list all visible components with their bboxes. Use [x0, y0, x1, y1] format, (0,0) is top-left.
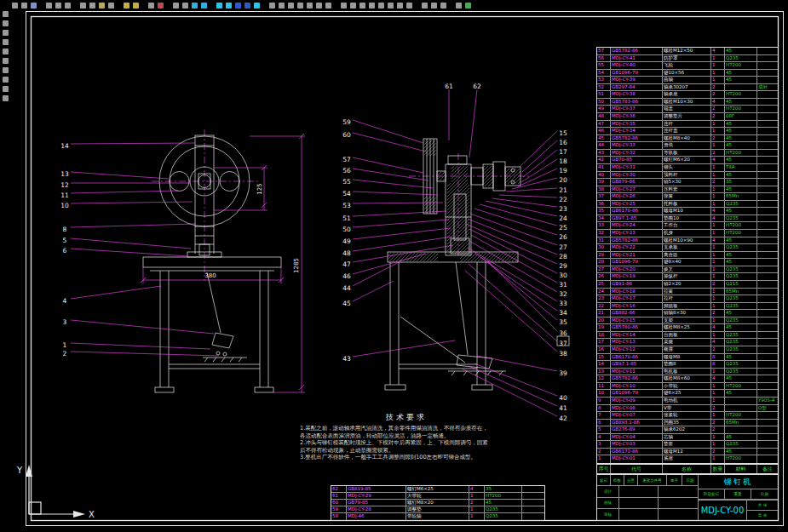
bom-cell: 台面板 — [663, 332, 711, 339]
bom-cell: 32 — [597, 230, 611, 237]
bom-cell: 4 — [597, 434, 611, 441]
bom-cell: 机身 — [663, 230, 711, 237]
line-icon[interactable] — [269, 3, 275, 9]
text-tool-icon[interactable] — [3, 86, 9, 92]
bom-row: 23MDJ-CY-17拉杆1Q235 — [597, 295, 778, 303]
bom-cell: 1 — [711, 55, 725, 62]
paste-icon[interactable] — [99, 3, 105, 9]
copy-icon[interactable] — [89, 3, 95, 9]
erase-tool-icon[interactable] — [3, 95, 9, 101]
bom-cell — [757, 244, 778, 251]
object-snap-icon[interactable] — [158, 3, 164, 9]
callout-number: 16 — [559, 139, 567, 146]
polyline-icon[interactable] — [279, 3, 285, 9]
match-properties-icon[interactable] — [108, 3, 114, 9]
rotate-icon[interactable] — [397, 3, 403, 9]
plot-icon[interactable] — [46, 3, 52, 9]
rectangle-tool-icon[interactable] — [3, 67, 9, 73]
color-control-swatch[interactable] — [235, 3, 241, 9]
leader-line — [353, 260, 402, 286]
insert-hyperlink-icon[interactable] — [148, 3, 154, 9]
bom-row: 49MDJ-CY-37端盖2HT200 — [597, 106, 778, 113]
construction-line-icon[interactable] — [3, 30, 9, 36]
bom-cell: 8 — [711, 354, 725, 361]
offset-icon[interactable] — [369, 3, 375, 9]
rectangle-icon[interactable] — [307, 3, 313, 9]
zoom-realtime-icon[interactable] — [182, 3, 188, 9]
spelling-icon[interactable] — [65, 3, 71, 9]
mtext-icon[interactable] — [325, 3, 331, 9]
save-icon[interactable] — [31, 3, 37, 9]
hatch-tool-icon[interactable] — [3, 77, 9, 83]
mirror-icon[interactable] — [359, 3, 365, 9]
bom-cell: 2 — [711, 405, 725, 412]
front-view — [143, 135, 281, 392]
callout-number: 3 — [63, 318, 67, 326]
line-tool-icon[interactable] — [3, 20, 9, 26]
layer-properties-icon[interactable] — [216, 3, 222, 9]
bom-cell: 弹簧 — [663, 193, 711, 200]
properties-icon[interactable] — [456, 3, 462, 9]
redo-icon[interactable] — [133, 3, 139, 9]
arc-tool-icon[interactable] — [3, 58, 9, 64]
bom-cell: 45 — [725, 324, 757, 331]
linetype-control-icon[interactable] — [244, 3, 250, 9]
bom-cell: Q235 — [725, 266, 757, 273]
pan-realtime-icon[interactable] — [173, 3, 179, 9]
bom-cell: 1 — [711, 303, 725, 310]
bom-cell — [757, 99, 778, 106]
new-file-icon[interactable] — [12, 3, 18, 9]
dimension-linear-icon[interactable] — [422, 3, 428, 9]
bom-cell: 19 — [597, 324, 611, 331]
bom-cell: HT200 — [725, 91, 757, 98]
callout-number: 18 — [559, 157, 567, 165]
copy-object-icon[interactable] — [350, 3, 356, 9]
bom-cell — [757, 201, 778, 208]
callout-number: 37 — [559, 340, 567, 347]
callout-number: 55 — [342, 178, 351, 186]
dimension-radius-icon[interactable] — [431, 3, 437, 9]
callout-number: 23 — [559, 205, 567, 213]
cut-icon[interactable] — [80, 3, 86, 9]
open-file-icon[interactable] — [21, 3, 27, 9]
callout-number: 50 — [342, 226, 351, 233]
undo-icon[interactable] — [124, 3, 129, 9]
bom-cell: 支架 — [663, 317, 711, 324]
bom-header-cell: 数量 — [711, 465, 725, 473]
bom-cell: 45 — [725, 434, 757, 441]
help-icon[interactable] — [465, 3, 471, 9]
bom-cell: 键8×40 — [663, 259, 711, 266]
zoom-previous-icon[interactable] — [201, 3, 207, 9]
arc-icon[interactable] — [297, 3, 303, 9]
hatch-icon[interactable] — [316, 3, 322, 9]
bom-cell: 45 — [725, 310, 757, 317]
bom-cell: 1 — [597, 455, 611, 463]
bom-cell: 1 — [711, 164, 725, 171]
callout-number: 25 — [559, 224, 567, 232]
print-preview-icon[interactable] — [55, 3, 61, 9]
leader-line — [353, 192, 438, 195]
array-icon[interactable] — [378, 3, 384, 9]
bom-cell — [757, 266, 778, 273]
zoom-window-icon[interactable] — [192, 3, 198, 9]
dimension-style-icon[interactable] — [440, 3, 446, 9]
select-icon[interactable] — [3, 11, 9, 17]
trim-icon[interactable] — [406, 3, 412, 9]
erase-icon[interactable] — [341, 3, 347, 9]
polyline-tool-icon[interactable] — [3, 39, 9, 45]
bom-cell: 45 — [725, 157, 757, 163]
bom-cell: Q235 — [485, 513, 522, 520]
bom-row: 43MDJ-CY-32导轨板2HT200 — [597, 150, 778, 157]
circle-icon[interactable] — [288, 3, 294, 9]
move-icon[interactable] — [388, 3, 394, 9]
lineweight-control-icon[interactable] — [254, 3, 260, 9]
layer-state-swatch[interactable] — [226, 3, 232, 9]
circle-tool-icon[interactable] — [3, 49, 9, 54]
bom-cell: 键6×25 — [663, 390, 711, 397]
titleblock-field — [619, 498, 659, 509]
bom-cell — [522, 506, 544, 512]
bom-cell: 滑块 — [663, 142, 711, 149]
autocad-window: 3801285125 14131211108564312616259605756… — [0, 0, 788, 532]
bom-cell — [757, 121, 778, 128]
bom-cell: 45 — [725, 375, 757, 382]
